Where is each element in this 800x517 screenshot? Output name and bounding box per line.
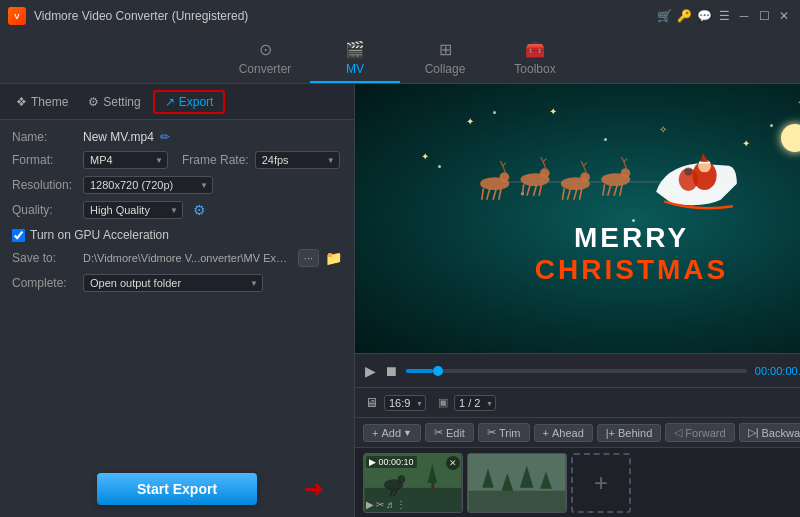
forward-icon: ◁ (674, 426, 682, 439)
resolution-select[interactable]: 1280x720 (720p) (83, 176, 213, 194)
film-clip-1[interactable]: ✕ ▶ 00:00:10 ▶ ✂ ♬ ⋮ (363, 453, 463, 513)
add-btn[interactable]: + Add ▼ (363, 424, 421, 442)
film-clip-2[interactable] (467, 453, 567, 513)
clip-1-audio-icon: ♬ (386, 499, 394, 510)
svg-line-25 (581, 161, 583, 166)
resolution-select-wrapper: 1280x720 (720p) (83, 176, 213, 194)
quality-gear-icon[interactable]: ⚙ (193, 202, 206, 218)
frame-rate-select-wrapper: 24fps (255, 151, 340, 169)
settings-area: Name: New MV.mp4 ✏ Format: MP4 Frame Rat… (0, 120, 354, 461)
edit-name-icon[interactable]: ✏ (160, 130, 170, 144)
trim-btn[interactable]: ✂ Trim (478, 423, 530, 442)
maximize-btn[interactable]: ☐ (756, 8, 772, 24)
progress-fill (406, 369, 433, 373)
clip-1-trim-icon: ✂ (376, 499, 384, 510)
svg-line-14 (522, 184, 524, 195)
edit-label: Edit (446, 427, 465, 439)
quality-select-wrapper: High Quality (83, 201, 183, 219)
page-fraction-icon: ▣ (438, 396, 448, 409)
svg-line-3 (493, 188, 496, 199)
gpu-label: Turn on GPU Acceleration (30, 228, 169, 242)
right-panel: ✦ ✦ ✧ ✦ ✧ ✦ (355, 84, 800, 517)
save-to-label: Save to: (12, 251, 77, 265)
svg-line-29 (619, 184, 621, 195)
tab-mv[interactable]: 🎬 MV (310, 35, 400, 83)
tab-toolbox[interactable]: 🧰 Toolbox (490, 35, 580, 83)
edit-icon: ✂ (434, 426, 443, 439)
svg-line-30 (614, 184, 617, 195)
playback-controls: ▶ ⏹ 00:00:00.08/00:00:17.10 🔊 (355, 353, 800, 387)
tab-converter-label: Converter (239, 62, 292, 76)
svg-line-23 (562, 188, 564, 199)
menu-icon[interactable]: ☰ (716, 8, 732, 24)
title-bar: V Vidmore Video Converter (Unregistered)… (0, 0, 800, 32)
screen-icon: 🖥 (365, 395, 378, 410)
svg-point-41 (684, 167, 692, 175)
play-btn[interactable]: ▶ (365, 363, 376, 379)
behind-icon: |+ (606, 427, 615, 439)
toolbox-icon: 🧰 (525, 40, 545, 59)
complete-select[interactable]: Open output folder (83, 274, 263, 292)
svg-rect-49 (431, 483, 434, 489)
svg-line-16 (540, 157, 542, 162)
page-select[interactable]: 1 / 2 (454, 395, 496, 411)
app-title: Vidmore Video Converter (Unregistered) (34, 9, 656, 23)
christmas-text: MERRY CHRISTMAS (535, 222, 728, 286)
main-layout: ❖ Theme ⚙ Setting ↗ Export Name: New MV.… (0, 84, 800, 517)
forward-btn[interactable]: ◁ Forward (665, 423, 734, 442)
add-clip-btn[interactable]: + (571, 453, 631, 513)
start-export-button[interactable]: Start Export (97, 473, 257, 505)
page-select-wrapper: 1 / 2 (454, 395, 496, 411)
stop-btn[interactable]: ⏹ (384, 363, 398, 379)
backward-btn[interactable]: ▷| Backward (739, 423, 800, 442)
progress-bar[interactable] (406, 369, 747, 373)
open-folder-btn[interactable]: 📁 (325, 250, 342, 266)
clip-thumbnail-2 (468, 454, 566, 512)
theme-btn[interactable]: ❖ Theme (8, 92, 76, 112)
edit-btn[interactable]: ✂ Edit (425, 423, 474, 442)
clip-1-more-icon: ⋮ (396, 499, 406, 510)
cart-icon[interactable]: 🛒 (656, 8, 672, 24)
collage-icon: ⊞ (439, 40, 452, 59)
ahead-icon: + (543, 427, 549, 439)
export-icon: ↗ (165, 95, 175, 109)
svg-line-4 (486, 188, 489, 199)
behind-btn[interactable]: |+ Behind (597, 424, 662, 442)
quality-select[interactable]: High Quality (83, 201, 183, 219)
save-path: D:\Vidmore\Vidmore V...onverter\MV Expor… (83, 252, 292, 264)
svg-line-12 (533, 184, 536, 195)
frame-rate-select[interactable]: 24fps (255, 151, 340, 169)
svg-line-8 (502, 163, 505, 166)
chat-icon[interactable]: 💬 (696, 8, 712, 24)
film-thumb-inner-1: ✕ ▶ 00:00:10 ▶ ✂ ♬ ⋮ (364, 454, 462, 512)
name-row: Name: New MV.mp4 ✏ (12, 130, 342, 144)
video-preview: ✦ ✦ ✧ ✦ ✧ ✦ (355, 84, 800, 353)
svg-line-20 (579, 188, 581, 199)
svg-line-34 (621, 157, 623, 162)
aspect-select[interactable]: 16:9 4:3 1:1 (384, 395, 426, 411)
tab-mv-label: MV (346, 62, 364, 76)
name-label: Name: (12, 130, 77, 144)
format-select[interactable]: MP4 (83, 151, 168, 169)
export-btn[interactable]: ↗ Export (153, 90, 226, 114)
minimize-btn[interactable]: ─ (736, 8, 752, 24)
trim-icon: ✂ (487, 426, 496, 439)
svg-line-7 (500, 161, 502, 166)
browse-path-btn[interactable]: ··· (298, 249, 319, 267)
merry-text: MERRY (535, 222, 728, 254)
close-btn[interactable]: ✕ (776, 8, 792, 24)
format-row: Format: MP4 Frame Rate: 24fps (12, 151, 342, 169)
gpu-checkbox[interactable] (12, 229, 25, 242)
tab-collage[interactable]: ⊞ Collage (400, 35, 490, 83)
setting-btn[interactable]: ⚙ Setting (80, 92, 148, 112)
complete-row: Complete: Open output folder (12, 274, 342, 292)
svg-line-17 (543, 159, 546, 162)
key-icon[interactable]: 🔑 (676, 8, 692, 24)
svg-line-32 (602, 184, 604, 195)
time-current: 00:00:00.08 (755, 365, 800, 377)
ahead-btn[interactable]: + Ahead (534, 424, 593, 442)
clip-1-close-btn[interactable]: ✕ (446, 456, 460, 470)
svg-line-26 (583, 163, 586, 166)
complete-select-wrapper: Open output folder (83, 274, 263, 292)
tab-converter[interactable]: ⊙ Converter (220, 35, 310, 83)
